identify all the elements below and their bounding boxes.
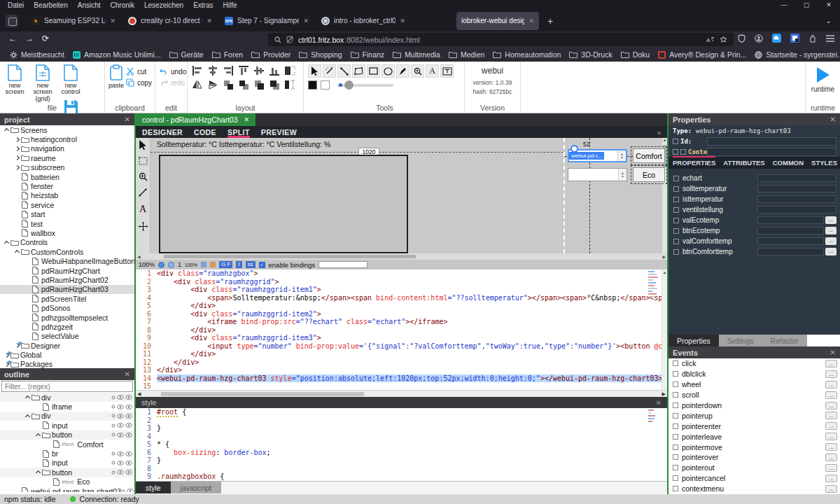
pointer-tool-icon[interactable] — [308, 64, 321, 78]
project-item-WebuiHabpanelImageButton[interactable]: WebuiHabpanelImageButton — [0, 256, 134, 265]
number-spinner[interactable]: ▲▼ — [618, 169, 626, 181]
event-checkbox[interactable] — [673, 360, 678, 366]
stroke-width-slider[interactable] — [337, 80, 393, 90]
event-checkbox[interactable] — [673, 434, 678, 440]
code-line[interactable]: 15 — [136, 382, 667, 390]
menu-datei[interactable]: Datei — [3, 1, 29, 9]
code-line[interactable]: 5 </div> — [136, 302, 667, 310]
code-line[interactable]: 6 box-sizing: border-box; — [136, 449, 667, 457]
content-checkbox[interactable] — [673, 149, 678, 155]
more-button[interactable]: ... — [825, 412, 837, 419]
ss-button[interactable]: ss — [246, 261, 255, 268]
code-line[interactable]: 1#root { — [136, 408, 667, 416]
project-item-Global[interactable]: Global — [0, 350, 134, 359]
property-checkbox[interactable] — [673, 239, 679, 244]
event-checkbox[interactable] — [673, 486, 678, 491]
tab-styles[interactable]: STYLES — [811, 158, 837, 169]
browser-tab-2[interactable]: creality cr-10 direct drive extrud✕ — [123, 12, 217, 30]
event-checkbox[interactable] — [673, 465, 678, 470]
flip-horizontal-icon[interactable] — [206, 78, 220, 91]
shield-icon[interactable] — [738, 34, 746, 43]
document-tab[interactable]: control - pdRaumHzgChart03✕ — [136, 113, 255, 126]
snap-size-icon[interactable] — [283, 64, 297, 77]
stroke-color-swatch[interactable] — [308, 80, 317, 90]
paste-button[interactable]: paste — [106, 64, 126, 89]
fill-color-swatch[interactable] — [321, 80, 330, 90]
project-item-selectValue[interactable]: selectValue — [0, 332, 134, 341]
project-item-raeume[interactable]: raeume — [0, 153, 134, 162]
tab-preview[interactable]: PREVIEW — [261, 128, 297, 136]
bookmark-item[interactable]: Avery® Design & Prin... — [654, 50, 750, 59]
outline-item-button[interactable]: button — [0, 468, 134, 477]
align-left-icon[interactable] — [190, 64, 204, 77]
property-value-input[interactable] — [757, 248, 824, 255]
event-checkbox[interactable] — [673, 413, 678, 419]
tab-settings[interactable]: Settings — [719, 335, 762, 346]
bookmark-item[interactable]: Foren — [208, 50, 247, 59]
outline-item-div[interactable]: div — [0, 412, 134, 421]
row-action-icons[interactable] — [111, 405, 134, 410]
flip-vertical-icon[interactable] — [190, 78, 204, 91]
runtime-button[interactable]: runtime — [806, 67, 840, 93]
code-line[interactable]: 2 <div class="raumhzggrid"> — [136, 278, 667, 286]
project-item-start[interactable]: start — [0, 210, 134, 219]
project-item-Controls[interactable]: Controls — [0, 238, 134, 247]
tab-close-icon[interactable]: ✕ — [206, 18, 212, 24]
outline-item-webui-pd-raum-hzg-chart03[interactable]: webui-pd-raum-hzg-chart03 — [0, 486, 134, 492]
menu-extras[interactable]: Extras — [188, 1, 218, 9]
close-icon[interactable]: ✕ — [125, 115, 130, 123]
indent-button[interactable]: I — [236, 261, 241, 268]
code-line[interactable]: 7 <iframe bind-prop:src="??echart" class… — [136, 318, 667, 326]
chevron-open-icon[interactable] — [34, 470, 41, 475]
row-action-icons[interactable] — [111, 451, 134, 456]
code-line[interactable]: 13</div> — [136, 366, 667, 374]
bookmark-item[interactable]: 3D-Druck — [565, 50, 616, 59]
code-line[interactable]: 9 <div class="raumhzggrid-item3"> — [136, 334, 667, 342]
id-input[interactable] — [707, 137, 836, 146]
html-code-editor[interactable]: ▲ 1<div class="raumhzgbox">2 <div class=… — [136, 270, 667, 390]
code-line[interactable]: 6 <div class="raumhzggrid-item2"> — [136, 310, 667, 318]
project-item-subscreen[interactable]: subscreen — [0, 163, 134, 172]
project-item-test[interactable]: test — [0, 219, 134, 228]
tab-close-icon[interactable]: ✕ — [528, 18, 534, 24]
more-button[interactable]: ... — [825, 485, 837, 493]
bookmark-item[interactable]: Finanz — [346, 50, 389, 59]
bookmark-item[interactable]: Doku — [617, 50, 654, 59]
format-buttons[interactable]: G F — [219, 261, 232, 268]
code-line[interactable]: 2 — [136, 416, 667, 425]
code-line[interactable]: 14<webui-pd-raum-hzg-chart03 style="posi… — [136, 374, 667, 383]
breakpoint-icon[interactable] — [158, 262, 164, 268]
minimize-button[interactable]: — — [773, 0, 795, 10]
menu-lesezeichen[interactable]: Lesezeichen — [139, 1, 188, 9]
breakpoint-secondary-icon[interactable] — [168, 262, 174, 268]
close-icon[interactable]: ✕ — [830, 115, 836, 123]
select-rect-tool-icon[interactable] — [139, 157, 148, 165]
chevron-open-icon[interactable] — [34, 433, 41, 438]
style-code-editor[interactable]: 1#root {23}45* {6 box-sizing: border-box… — [136, 408, 667, 481]
url-bar[interactable]: ctrl01.fritz.box:8082/webui/index.html A — [268, 33, 734, 46]
close-icon[interactable]: ✕ — [125, 370, 130, 378]
chevron-closed-icon[interactable] — [13, 147, 20, 150]
eco-button[interactable]: Eco — [633, 167, 665, 182]
outline-item-Eco[interactable]: #textEco — [0, 477, 134, 486]
row-action-icons[interactable] — [111, 395, 134, 400]
tab-style[interactable]: style — [136, 482, 171, 493]
pointer-tool-icon[interactable] — [139, 140, 147, 150]
project-item-pdScreenTitel[interactable]: pdScreenTitel — [0, 294, 134, 303]
scroll-up-icon[interactable]: ▲ — [662, 138, 667, 142]
new-screen-grid-button[interactable]: new screen (grid) — [29, 64, 56, 102]
code-line[interactable]: 7} — [136, 456, 667, 465]
scroll-right-icon[interactable]: ▶ — [662, 391, 666, 397]
designer-canvas[interactable]: A Solltemperatur: °C Isttemperatur: °C V… — [136, 138, 667, 253]
event-checkbox[interactable] — [673, 382, 678, 387]
chevron-closed-icon[interactable] — [13, 156, 20, 160]
new-screen-button[interactable]: new screen — [1, 64, 28, 96]
code-line[interactable]: 4 <span>Solltemperatur:&nbsp;</span><spa… — [136, 294, 667, 302]
browser-tab-active[interactable]: iobroker-webui designer✕ — [456, 12, 539, 30]
zoom-tool-icon[interactable] — [139, 172, 148, 181]
scroll-left-icon[interactable]: ◀ — [137, 391, 141, 397]
close-icon[interactable]: ✕ — [830, 349, 836, 356]
property-checkbox[interactable] — [673, 197, 679, 202]
eco-temp-input[interactable]: ▲▼ — [568, 168, 627, 181]
property-value-input[interactable] — [757, 216, 824, 224]
